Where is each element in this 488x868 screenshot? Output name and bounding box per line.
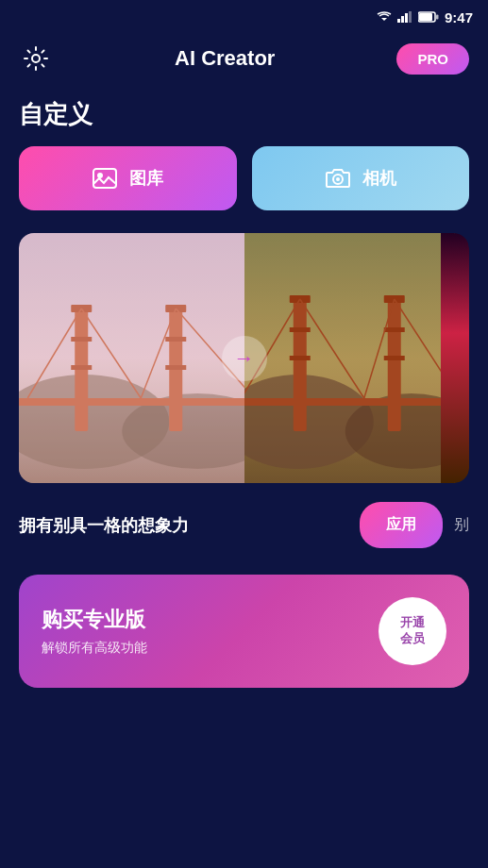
app-header: AI Creator PRO xyxy=(0,34,488,91)
pro-card-content: 购买专业版 解锁所有高级功能 xyxy=(42,606,379,657)
settings-button[interactable] xyxy=(19,42,53,75)
signal-icon xyxy=(397,11,412,23)
pro-badge-button[interactable]: PRO xyxy=(396,43,469,75)
camera-icon xyxy=(325,165,351,192)
action-buttons-row: 图库 相机 xyxy=(0,146,488,233)
svg-rect-6 xyxy=(419,13,432,21)
image-icon xyxy=(92,165,118,192)
svg-rect-3 xyxy=(405,13,408,23)
svg-rect-49 xyxy=(441,233,469,483)
apply-button[interactable]: 应用 xyxy=(360,502,443,548)
svg-marker-0 xyxy=(381,18,387,21)
apply-bar: 拥有别具一格的想象力 应用 别 xyxy=(0,483,488,567)
svg-rect-1 xyxy=(397,19,400,23)
svg-rect-7 xyxy=(436,15,439,20)
gallery-button[interactable]: 图库 xyxy=(19,146,237,210)
compare-arrow[interactable]: → xyxy=(222,336,267,381)
svg-rect-9 xyxy=(93,169,116,188)
status-bar: 9:47 xyxy=(0,0,488,34)
subscribe-line2: 会员 xyxy=(400,631,425,647)
pro-purchase-card: 购买专业版 解锁所有高级功能 开通 会员 xyxy=(19,575,469,688)
svg-point-8 xyxy=(32,55,40,62)
pro-card-title: 购买专业版 xyxy=(42,606,379,634)
camera-button[interactable]: 相机 xyxy=(252,146,470,210)
status-time: 9:47 xyxy=(445,9,473,25)
svg-point-12 xyxy=(336,177,340,181)
svg-rect-2 xyxy=(401,16,404,23)
image-filtered xyxy=(244,233,456,483)
apply-description: 拥有别具一格的想象力 xyxy=(19,514,348,537)
pro-card-subtitle: 解锁所有高级功能 xyxy=(42,640,379,657)
image-comparison: → xyxy=(19,233,469,483)
app-title: AI Creator xyxy=(175,46,275,71)
battery-icon xyxy=(418,11,439,23)
svg-point-10 xyxy=(97,173,103,178)
image-original xyxy=(19,233,244,483)
apply-next-label: 别 xyxy=(454,515,469,535)
status-icons: 9:47 xyxy=(377,9,473,25)
section-title: 自定义 xyxy=(0,91,488,146)
gallery-label: 图库 xyxy=(129,167,163,190)
camera-label: 相机 xyxy=(362,167,396,190)
subscribe-button[interactable]: 开通 会员 xyxy=(379,597,446,665)
svg-rect-4 xyxy=(409,11,412,23)
wifi-icon xyxy=(377,11,392,23)
subscribe-line1: 开通 xyxy=(400,615,425,631)
image-peek xyxy=(441,233,469,483)
arrow-symbol: → xyxy=(234,346,255,371)
svg-rect-30 xyxy=(19,233,244,483)
svg-rect-48 xyxy=(244,233,456,483)
